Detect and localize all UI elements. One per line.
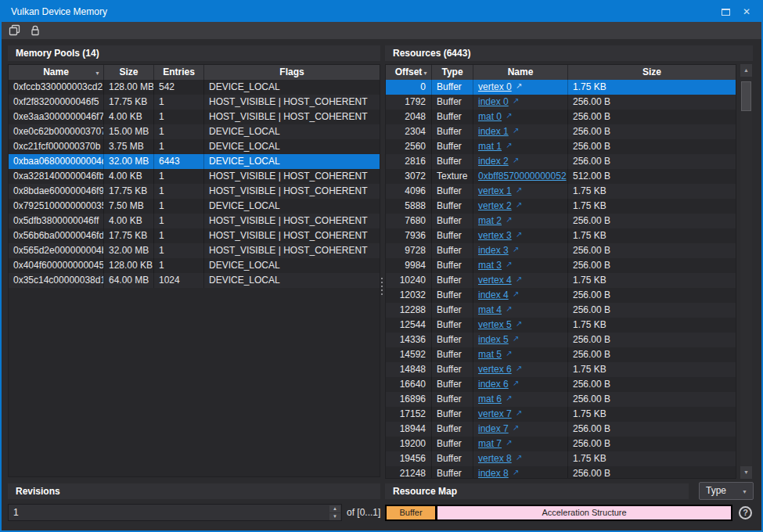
resource-row[interactable]: 19200 Buffer mat 7 ↗ 256.00 B: [386, 437, 736, 451]
resource-link[interactable]: index 3: [478, 245, 509, 256]
resource-link[interactable]: vertex 8: [478, 453, 512, 464]
resource-link[interactable]: index 2: [478, 156, 509, 167]
resource-link[interactable]: vertex 0: [478, 81, 512, 92]
resource-row[interactable]: 17152 Buffer vertex 7 ↗ 1.75 KB: [386, 407, 736, 422]
spin-up-icon[interactable]: ▲: [329, 505, 340, 512]
resource-link[interactable]: index 5: [478, 334, 509, 345]
resource-link[interactable]: vertex 7: [478, 408, 512, 419]
panel-splitter-handle[interactable]: [380, 272, 384, 300]
resource-row[interactable]: 12288 Buffer mat 4 ↗ 256.00 B: [386, 303, 736, 318]
resource-row[interactable]: 4096 Buffer vertex 1 ↗ 1.75 KB: [386, 184, 736, 199]
column-header-size[interactable]: Size: [104, 65, 154, 80]
scroll-down-icon[interactable]: ▼: [740, 466, 752, 479]
scrollbar-thumb[interactable]: [741, 81, 751, 111]
resource-link[interactable]: mat 7: [478, 438, 502, 449]
resource-link[interactable]: mat 2: [478, 215, 502, 226]
column-header-name[interactable]: Name▼: [9, 65, 104, 80]
spin-down-icon[interactable]: ▼: [329, 513, 340, 520]
memory-pool-row[interactable]: 0x565d2e000000004b 32.00 MB 1 HOST_VISIB…: [9, 243, 380, 258]
resource-row[interactable]: 0 Buffer vertex 0 ↗ 1.75 KB: [386, 80, 736, 95]
column-header-name[interactable]: Name: [473, 65, 568, 80]
pool-flags: DEVICE_LOCAL: [204, 124, 380, 139]
resource-link[interactable]: vertex 6: [478, 364, 512, 375]
resource-link[interactable]: 0xbff8570000000052: [478, 171, 567, 182]
memory-pool-row[interactable]: 0xfccb330000003cd2 128.00 MB 542 DEVICE_…: [9, 80, 380, 95]
resource-link[interactable]: vertex 2: [478, 200, 512, 211]
resource-row[interactable]: 2048 Buffer mat 0 ↗ 256.00 B: [386, 110, 736, 124]
column-header-flags[interactable]: Flags: [204, 65, 380, 80]
memory-pool-row[interactable]: 0x7925100000000035 7.50 MB 1 DEVICE_LOCA…: [9, 199, 380, 214]
resource-row[interactable]: 12032 Buffer index 4 ↗ 256.00 B: [386, 288, 736, 303]
memory-pool-row[interactable]: 0x56b6ba00000046fd 17.75 KB 1 HOST_VISIB…: [9, 228, 380, 243]
column-header-size[interactable]: Size: [568, 65, 736, 80]
memory-pool-row[interactable]: 0x5dfb3800000046ff 4.00 KB 1 HOST_VISIBL…: [9, 214, 380, 228]
resource-link[interactable]: vertex 1: [478, 185, 512, 196]
resource-row[interactable]: 2816 Buffer index 2 ↗ 256.00 B: [386, 154, 736, 169]
close-icon[interactable]: ✕: [743, 2, 750, 22]
resource-link[interactable]: mat 0: [478, 111, 502, 122]
column-header-entries[interactable]: Entries: [154, 65, 204, 80]
title-bar[interactable]: Vulkan Device Memory ✕: [2, 2, 761, 22]
pool-name: 0x5dfb3800000046ff: [9, 214, 104, 228]
memory-pool-row[interactable]: 0x404f600000000045 128.00 KB 1 DEVICE_LO…: [9, 258, 380, 273]
resource-link[interactable]: vertex 4: [478, 275, 512, 286]
resource-link[interactable]: index 1: [478, 126, 509, 137]
memory-pool-row[interactable]: 0x8bdae600000046f9 17.75 KB 1 HOST_VISIB…: [9, 184, 380, 199]
resource-row[interactable]: 2304 Buffer index 1 ↗ 256.00 B: [386, 124, 736, 139]
resource-link[interactable]: mat 6: [478, 394, 502, 404]
memory-pool-row[interactable]: 0xf2f83200000046f5 17.75 KB 1 HOST_VISIB…: [9, 95, 380, 110]
column-header-type[interactable]: Type: [432, 65, 473, 80]
maximize-icon[interactable]: [722, 9, 730, 16]
resource-row[interactable]: 16640 Buffer index 6 ↗ 256.00 B: [386, 377, 736, 392]
column-header-offset[interactable]: Offset▼: [386, 65, 432, 80]
memory-pool-row[interactable]: 0xc21fcf000000370b 3.75 MB 1 DEVICE_LOCA…: [9, 139, 380, 154]
resource-row[interactable]: 7680 Buffer mat 2 ↗ 256.00 B: [386, 214, 736, 228]
resource-row[interactable]: 2560 Buffer mat 1 ↗ 256.00 B: [386, 139, 736, 154]
legend-buffer[interactable]: Buffer: [387, 506, 435, 519]
resource-link[interactable]: index 7: [478, 423, 509, 434]
memory-pool-row[interactable]: 0xe0c62b0000003707 15.00 MB 1 DEVICE_LOC…: [9, 124, 380, 139]
scroll-up-icon[interactable]: ▲: [740, 64, 752, 77]
resources-scrollbar[interactable]: ▲ ▼: [740, 64, 752, 479]
resource-link[interactable]: index 6: [478, 379, 509, 390]
memory-pools-table[interactable]: Name▼SizeEntriesFlags 0xfccb330000003cd2…: [8, 64, 380, 477]
resource-link[interactable]: vertex 5: [478, 319, 512, 330]
resource-map-type-dropdown[interactable]: Type ▼: [699, 482, 754, 500]
duplicate-view-button[interactable]: [8, 23, 22, 38]
resource-link[interactable]: vertex 3: [478, 230, 512, 241]
resource-link[interactable]: mat 4: [478, 304, 502, 315]
resource-row[interactable]: 7936 Buffer vertex 3 ↗ 1.75 KB: [386, 228, 736, 243]
lock-button[interactable]: [28, 23, 42, 38]
revision-input[interactable]: [9, 505, 326, 520]
legend-acceleration-structure[interactable]: Acceleration Structure: [437, 506, 731, 519]
resource-row[interactable]: 9984 Buffer mat 3 ↗ 256.00 B: [386, 258, 736, 273]
resource-row[interactable]: 16896 Buffer mat 6 ↗ 256.00 B: [386, 392, 736, 407]
help-icon[interactable]: ?: [739, 506, 752, 519]
memory-pool-row[interactable]: 0xbaa068000000004d 32.00 MB 6443 DEVICE_…: [9, 154, 380, 169]
resource-row[interactable]: 21248 Buffer index 8 ↗ 256.00 B: [386, 466, 736, 479]
resource-row[interactable]: 18944 Buffer index 7 ↗ 256.00 B: [386, 422, 736, 437]
resource-offset: 3072: [386, 169, 432, 184]
resources-table[interactable]: Offset▼TypeNameSize 0 Buffer vertex 0 ↗ …: [385, 64, 736, 479]
resource-row[interactable]: 5888 Buffer vertex 2 ↗ 1.75 KB: [386, 199, 736, 214]
resource-link[interactable]: index 0: [478, 96, 509, 107]
resource-link[interactable]: mat 3: [478, 260, 502, 271]
resource-link[interactable]: index 4: [478, 289, 509, 300]
memory-pool-row[interactable]: 0x35c14c00000038d1 64.00 MB 1024 DEVICE_…: [9, 273, 380, 288]
memory-pool-row[interactable]: 0xe3aa3000000046f7 4.00 KB 1 HOST_VISIBL…: [9, 110, 380, 124]
revision-spinbox[interactable]: ▲ ▼: [8, 504, 342, 521]
resource-row[interactable]: 3072 Texture 0xbff8570000000052 ↗ 512.00…: [386, 169, 736, 184]
resource-row[interactable]: 12544 Buffer vertex 5 ↗ 1.75 KB: [386, 318, 736, 332]
resource-row[interactable]: 10240 Buffer vertex 4 ↗ 1.75 KB: [386, 273, 736, 288]
resource-row[interactable]: 14848 Buffer vertex 6 ↗ 1.75 KB: [386, 362, 736, 377]
resource-row[interactable]: 1792 Buffer index 0 ↗ 256.00 B: [386, 95, 736, 110]
resource-row[interactable]: 19456 Buffer vertex 8 ↗ 1.75 KB: [386, 451, 736, 466]
resource-row[interactable]: 9728 Buffer index 3 ↗ 256.00 B: [386, 243, 736, 258]
memory-pool-row[interactable]: 0xa3281400000046fb 4.00 KB 1 HOST_VISIBL…: [9, 169, 380, 184]
resource-type: Buffer: [432, 199, 473, 214]
resource-row[interactable]: 14592 Buffer mat 5 ↗ 256.00 B: [386, 347, 736, 362]
resource-link[interactable]: mat 5: [478, 349, 502, 360]
resource-link[interactable]: index 8: [478, 468, 509, 479]
resource-row[interactable]: 14336 Buffer index 5 ↗ 256.00 B: [386, 332, 736, 347]
resource-link[interactable]: mat 1: [478, 141, 502, 152]
